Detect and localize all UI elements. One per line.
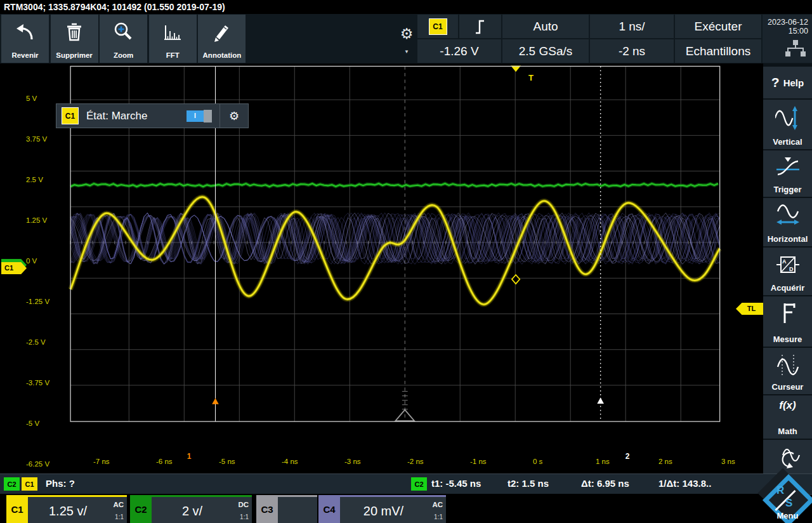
toolbar-button-label: Annotation <box>198 51 246 59</box>
channel-probe-ratio: 1:1 <box>240 513 249 520</box>
trash-icon <box>51 18 98 46</box>
channel-probe-ratio: 1:1 <box>434 513 443 520</box>
trigger-mode-cell[interactable]: Auto <box>502 15 589 38</box>
zoom-icon <box>100 18 147 46</box>
supprimer-button[interactable]: Supprimer <box>51 15 98 63</box>
sidebar-item-label: Math <box>763 427 812 436</box>
fft-button[interactable]: FFT <box>149 15 197 63</box>
sidebar-item-horizontal[interactable]: Horizontal <box>763 198 812 246</box>
waveform-display[interactable] <box>0 63 812 523</box>
channel-badge-c2[interactable]: C2 <box>130 495 152 523</box>
sidebar-item-label: Help <box>783 77 804 88</box>
measure-icon <box>763 301 812 327</box>
references-icon <box>763 445 812 472</box>
rising-edge-icon <box>474 18 487 36</box>
title-bar: RTM3004; 1335.8794K04; 101492 (01.550 20… <box>0 0 812 14</box>
sidebar-item-label: Horizontal <box>763 234 812 244</box>
sidebar-item-label: Acquérir <box>763 283 812 293</box>
sidebar-item-acquérir[interactable]: ADAcquérir <box>763 248 812 295</box>
channel-on-toggle[interactable]: I <box>187 110 204 122</box>
svg-text:D: D <box>789 266 794 272</box>
popup-gear-button[interactable]: ⚙ <box>220 109 248 123</box>
sidebar-item-label: Vertical <box>763 137 812 147</box>
fft-icon <box>149 18 197 46</box>
trigger-time-marker-label[interactable]: T <box>525 73 537 83</box>
cursor-t2-readout: t2: 1.5 ns <box>508 478 549 489</box>
chevron-down-icon: ▼ <box>396 50 417 55</box>
undo-icon <box>1 18 49 46</box>
x-axis-label: 1 ns <box>596 458 610 465</box>
channel-settings-c4[interactable]: 20 mV/ AC 1:1 <box>340 495 446 523</box>
trigger-slope-cell[interactable] <box>459 15 501 38</box>
x-axis-label: 2 ns <box>658 458 672 465</box>
trigger-source-badge: C1 <box>429 18 447 35</box>
date-label: 2023-06-12 <box>763 18 808 27</box>
annotation-button[interactable]: Annotation <box>198 15 246 63</box>
channel-settings-c3[interactable] <box>278 495 317 523</box>
sample-rate-cell[interactable]: 2.5 GSa/s <box>502 39 589 63</box>
sidebar-item-label: Menu <box>763 511 812 520</box>
phase-source1-badge: C2 <box>4 477 20 491</box>
channel-coupling: DC <box>238 501 249 508</box>
popup-state-label: État: Marche <box>86 110 187 122</box>
channel-scale-value: 20 mV/ <box>340 499 427 523</box>
pencil-icon <box>198 18 246 46</box>
cursor-t1-readout: t1: -5.45 ns <box>431 478 481 489</box>
channel-scale-value: 1.25 v/ <box>28 499 108 523</box>
network-icon <box>783 39 808 58</box>
sidebar-item-label: Curseur <box>763 382 812 392</box>
channel-badge-c3[interactable]: C3 <box>256 495 278 523</box>
phase-source2-badge: C1 <box>22 477 37 491</box>
run-state-cell[interactable]: Exécuter <box>675 15 761 38</box>
sidebar-item-trigger[interactable]: Trigger <box>763 150 812 197</box>
y-axis-label: 0 V <box>26 257 37 265</box>
sidebar-item-curseur[interactable]: Curseur <box>763 348 812 394</box>
sidebar-item-vertical[interactable]: Vertical <box>763 100 812 149</box>
channel-state-popup: C1 État: Marche I ⚙ <box>56 103 249 128</box>
channel-badge-c4[interactable]: C4 <box>318 495 340 523</box>
svg-text:A: A <box>782 258 787 265</box>
zoom-button[interactable]: Zoom <box>100 15 147 63</box>
oscilloscope-screen: RTM3004; 1335.8794K04; 101492 (01.550 20… <box>0 0 812 523</box>
y-axis-label: -6.25 V <box>26 460 49 468</box>
channel-probe-ratio: 1:1 <box>115 513 124 520</box>
x-axis-label: -3 ns <box>344 458 361 465</box>
trigger-source-cell[interactable]: C1 <box>417 15 458 38</box>
y-axis-label: 3.75 V <box>26 135 47 143</box>
help-icon: ? <box>771 75 780 90</box>
revenir-button[interactable]: Revenir <box>1 15 49 63</box>
cursor1-label[interactable]: 1 <box>185 452 193 461</box>
phase-readout: Phs: ? <box>46 478 75 489</box>
trigger-level-cell[interactable]: -1.26 V <box>417 39 501 63</box>
decimation-cell[interactable]: Echantillons <box>675 39 761 63</box>
x-axis-label: -2 ns <box>407 458 424 465</box>
horizontal-position-cell[interactable]: -2 ns <box>590 39 674 63</box>
sidebar-item-label: Trigger <box>763 185 812 194</box>
y-axis-label: 1.25 V <box>26 216 47 224</box>
y-axis-label: 2.5 V <box>26 176 43 183</box>
x-axis-label: 0 s <box>533 458 542 465</box>
toolbar-button-label: Zoom <box>100 51 147 59</box>
x-axis-label: -1 ns <box>470 458 487 465</box>
settings-gear-button[interactable]: ⚙ ▼ <box>396 23 417 58</box>
channel-scale-value <box>278 499 298 523</box>
toolbar-button-label: Revenir <box>1 51 49 59</box>
sidebar-item-mesure[interactable]: Mesure <box>763 296 812 347</box>
toggle-knob[interactable] <box>204 110 212 122</box>
channel-scale-value: 2 v/ <box>152 499 233 523</box>
cursor-inv-dt-readout: 1/Δt: 143.8.. <box>658 478 711 489</box>
sidebar-item-help[interactable]: ?Help <box>763 67 812 98</box>
channel-coupling: AC <box>113 501 124 508</box>
channel-settings-c2[interactable]: 2 v/ DC 1:1 <box>152 495 252 523</box>
y-axis-label: -2.5 V <box>26 338 46 346</box>
toolbar-button-label: Supprimer <box>51 51 98 59</box>
toolbar-button-label: FFT <box>149 51 197 59</box>
timebase-cell[interactable]: 1 ns/ <box>590 15 674 38</box>
channel-badge-c1[interactable]: C1 <box>6 495 28 523</box>
cursor2-label[interactable]: 2 <box>623 452 632 461</box>
datetime-panel[interactable]: 2023-06-12 15:00 <box>763 15 812 63</box>
y-axis-label: -5 V <box>26 420 39 427</box>
y-axis-label: 5 V <box>26 95 37 102</box>
channel-settings-c1[interactable]: 1.25 v/ AC 1:1 <box>28 495 127 523</box>
sidebar-item-math[interactable]: f(x)Math <box>763 395 812 439</box>
